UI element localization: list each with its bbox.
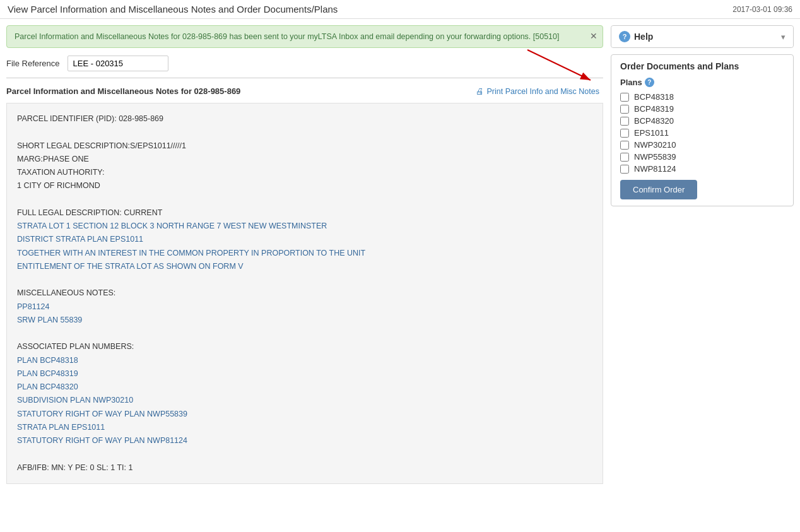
left-panel: Parcel Information and Miscellaneous Not… bbox=[6, 25, 603, 484]
parcel-line-20: PLAN BCP48319 bbox=[17, 367, 592, 381]
plan-checkbox-EPS1011[interactable] bbox=[620, 129, 629, 138]
parcel-line-16: SRW PLAN 55839 bbox=[17, 314, 592, 327]
parcel-line-12: ENTITLEMENT OF THE STRATA LOT AS SHOWN O… bbox=[17, 260, 592, 273]
plan-name-BCP48319: BCP48319 bbox=[634, 104, 674, 114]
help-icon: ? bbox=[619, 31, 630, 42]
parcel-line-5: TAXATION AUTHORITY: bbox=[17, 166, 592, 179]
page-title: View Parcel Information and Miscellaneou… bbox=[8, 4, 338, 15]
top-bar: View Parcel Information and Miscellaneou… bbox=[0, 0, 800, 19]
parcel-line-19: PLAN BCP48318 bbox=[17, 354, 592, 367]
parcel-line-18: ASSOCIATED PLAN NUMBERS: bbox=[17, 340, 592, 353]
plan-checkbox-NWP30210[interactable] bbox=[620, 141, 629, 150]
plan-checkbox-NWP55839[interactable] bbox=[620, 153, 629, 162]
parcel-line-15: PP81124 bbox=[17, 300, 592, 314]
confirm-order-button[interactable]: Confirm Order bbox=[620, 180, 697, 199]
file-ref-row: File Reference bbox=[6, 56, 603, 71]
order-docs-title: Order Documents and Plans bbox=[620, 61, 784, 71]
datetime: 2017-03-01 09:36 bbox=[732, 5, 792, 14]
parcel-line-27: AFB/IFB: MN: Y PE: 0 SL: 1 TI: 1 bbox=[17, 461, 592, 475]
print-parcel-info-button[interactable]: 🖨 Print Parcel Info and Misc Notes bbox=[472, 85, 603, 98]
parcel-line-1: PARCEL IDENTIFIER (PID): 028-985-869 bbox=[17, 112, 592, 126]
plan-item: NWP81124 bbox=[620, 164, 784, 174]
order-docs-box: Order Documents and Plans Plans ? BCP483… bbox=[611, 54, 794, 206]
section-header-row: Parcel Information and Miscellaneous Not… bbox=[6, 85, 603, 98]
plan-item: NWP55839 bbox=[620, 152, 784, 162]
parcel-line-23: STATUTORY RIGHT OF WAY PLAN NWP55839 bbox=[17, 408, 592, 421]
parcel-line-3: SHORT LEGAL DESCRIPTION:S/EPS1011/////1 bbox=[17, 139, 592, 153]
right-panel: ? Help ▾ Order Documents and Plans Plans… bbox=[611, 25, 794, 484]
help-box: ? Help ▾ bbox=[611, 25, 794, 48]
plans-help-icon[interactable]: ? bbox=[645, 78, 654, 87]
parcel-line-8: FULL LEGAL DESCRIPTION: CURRENT bbox=[17, 206, 592, 220]
parcel-line-9: STRATA LOT 1 SECTION 12 BLOCK 3 NORTH RA… bbox=[17, 220, 592, 233]
plan-checkbox-NWP81124[interactable] bbox=[620, 165, 629, 174]
plans-label: Plans ? bbox=[620, 78, 784, 87]
help-header-left: ? Help bbox=[619, 31, 653, 42]
plan-name-NWP30210: NWP30210 bbox=[634, 140, 676, 150]
plan-checkbox-BCP48318[interactable] bbox=[620, 93, 629, 102]
help-label: Help bbox=[634, 32, 653, 42]
chevron-down-icon: ▾ bbox=[781, 32, 785, 42]
plan-item: BCP48320 bbox=[620, 116, 784, 126]
section-title: Parcel Information and Miscellaneous Not… bbox=[6, 86, 240, 96]
parcel-line-10: DISTRICT STRATA PLAN EPS1011 bbox=[17, 233, 592, 246]
help-header[interactable]: ? Help ▾ bbox=[611, 26, 793, 47]
plan-name-BCP48320: BCP48320 bbox=[634, 116, 674, 126]
plan-name-NWP81124: NWP81124 bbox=[634, 164, 676, 174]
plans-list: BCP48318BCP48319BCP48320EPS1011NWP30210N… bbox=[620, 92, 784, 174]
plan-item: BCP48318 bbox=[620, 92, 784, 102]
parcel-line-24: STRATA PLAN EPS1011 bbox=[17, 421, 592, 434]
printer-icon: 🖨 bbox=[476, 86, 484, 96]
alert-success: Parcel Information and Miscellaneous Not… bbox=[6, 25, 603, 48]
plan-item: NWP30210 bbox=[620, 140, 784, 150]
alert-message: Parcel Information and Miscellaneous Not… bbox=[15, 32, 560, 41]
plan-item: BCP48319 bbox=[620, 104, 784, 114]
parcel-line-6: 1 CITY OF RICHMOND bbox=[17, 179, 592, 192]
alert-close-button[interactable]: ✕ bbox=[590, 31, 597, 41]
parcel-line-11: TOGETHER WITH AN INTEREST IN THE COMMON … bbox=[17, 247, 592, 260]
plan-name-NWP55839: NWP55839 bbox=[634, 152, 676, 162]
plan-item: EPS1011 bbox=[620, 128, 784, 138]
parcel-line-4: MARG:PHASE ONE bbox=[17, 153, 592, 166]
plan-checkbox-BCP48319[interactable] bbox=[620, 105, 629, 114]
plan-name-EPS1011: EPS1011 bbox=[634, 128, 669, 138]
file-ref-input[interactable] bbox=[68, 56, 168, 71]
main-layout: Parcel Information and Miscellaneous Not… bbox=[0, 19, 800, 490]
plan-name-BCP48318: BCP48318 bbox=[634, 92, 674, 102]
file-ref-label: File Reference bbox=[6, 59, 60, 68]
divider bbox=[6, 78, 603, 78]
parcel-line-22: SUBDIVISION PLAN NWP30210 bbox=[17, 394, 592, 407]
print-btn-label: Print Parcel Info and Misc Notes bbox=[486, 87, 599, 96]
parcel-line-25: STATUTORY RIGHT OF WAY PLAN NWP81124 bbox=[17, 434, 592, 447]
parcel-line-14: MISCELLANEOUS NOTES: bbox=[17, 287, 592, 300]
parcel-content-box: PARCEL IDENTIFIER (PID): 028-985-869 SHO… bbox=[6, 103, 603, 484]
plan-checkbox-BCP48320[interactable] bbox=[620, 117, 629, 126]
parcel-line-21: PLAN BCP48320 bbox=[17, 381, 592, 394]
